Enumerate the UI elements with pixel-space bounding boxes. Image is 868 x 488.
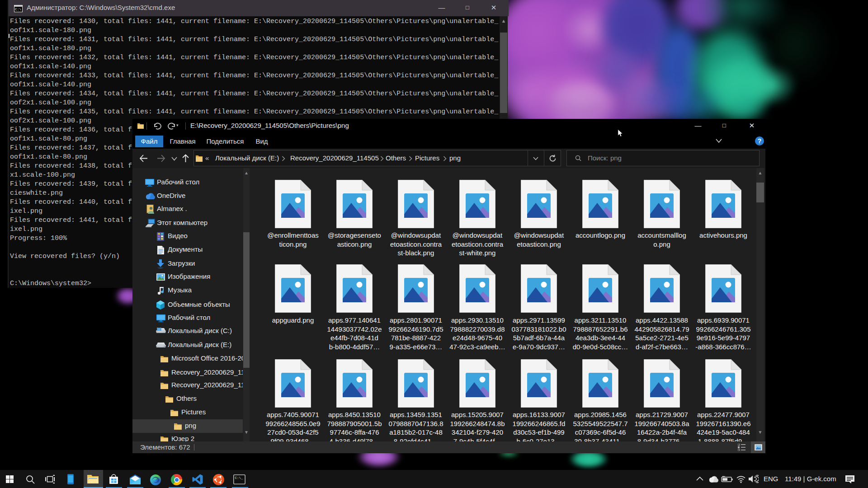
svg-text:C:\: C:\ [15, 7, 22, 11]
svg-text:C:\_: C:\_ [235, 476, 244, 480]
